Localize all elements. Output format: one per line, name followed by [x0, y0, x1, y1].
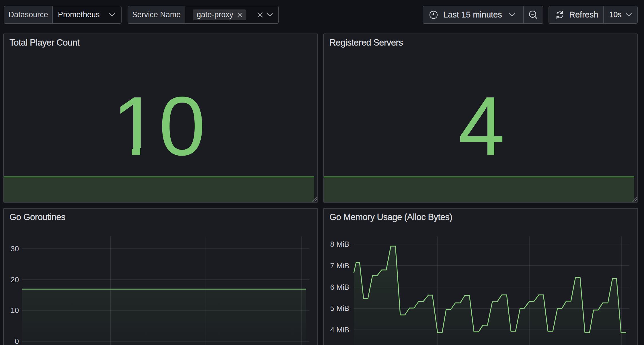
- svg-text:7 MiB: 7 MiB: [330, 261, 349, 270]
- svg-text:4 MiB: 4 MiB: [330, 326, 349, 334]
- svg-text:6 MiB: 6 MiB: [330, 283, 349, 291]
- svg-text:10: 10: [11, 306, 19, 315]
- svg-text:8 MiB: 8 MiB: [330, 240, 349, 248]
- svg-text:30: 30: [11, 244, 19, 253]
- svg-text:0: 0: [15, 337, 19, 345]
- svg-text:5 MiB: 5 MiB: [330, 304, 349, 313]
- svg-text:20: 20: [11, 275, 19, 284]
